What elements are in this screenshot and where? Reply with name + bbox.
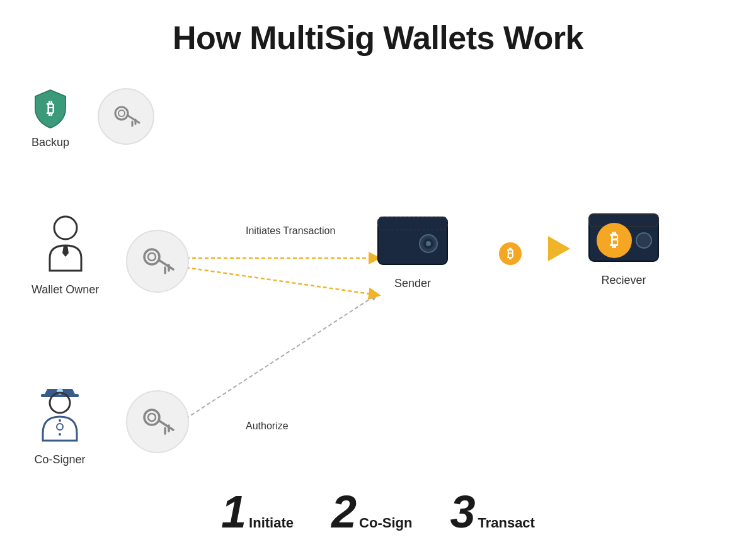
- initiates-transaction-label: Initiates Transaction: [246, 225, 335, 237]
- svg-text:₿: ₿: [507, 247, 513, 261]
- svg-point-16: [57, 424, 63, 430]
- svg-rect-30: [378, 217, 447, 230]
- svg-line-3: [186, 296, 375, 419]
- authorize-label: Authorize: [246, 420, 289, 432]
- svg-point-18: [59, 433, 61, 436]
- svg-point-41: [636, 233, 651, 248]
- key-icon-backup: [110, 101, 142, 132]
- step-1-number: 1: [221, 489, 246, 534]
- receiver-group: ₿ Reciever: [586, 205, 662, 287]
- svg-text:₿: ₿: [610, 230, 619, 250]
- backup-key-circle: [98, 88, 154, 145]
- step-1: 1 Initiate: [221, 489, 294, 534]
- backup-label: Backup: [32, 136, 69, 149]
- steps-footer: 1 Initiate 2 Co-Sign 3 Transact: [0, 489, 756, 534]
- sender-wallet-icon: [375, 208, 450, 271]
- svg-point-17: [59, 419, 61, 422]
- wallet-owner-icon: [37, 214, 94, 277]
- bitcoin-connector: ₿: [498, 241, 523, 269]
- step-3: 3 Transact: [450, 489, 535, 534]
- step-1-label: Initiate: [249, 515, 294, 531]
- svg-point-20: [148, 253, 156, 261]
- svg-point-11: [54, 217, 77, 239]
- svg-point-7: [118, 110, 125, 116]
- page-title: How MultiSig Wallets Work: [0, 0, 756, 57]
- key-circle-owner: [126, 230, 189, 293]
- bitcoin-connector-icon: ₿: [498, 241, 523, 266]
- arrow-right-icon: [548, 236, 570, 261]
- step-3-number: 3: [450, 489, 475, 534]
- wallet-owner-group: Wallet Owner: [32, 214, 99, 296]
- key-circle-top: [98, 88, 154, 145]
- sender-label: Sender: [394, 277, 431, 290]
- wallet-owner-label: Wallet Owner: [32, 283, 99, 296]
- receiver-label: Reciever: [601, 274, 646, 287]
- svg-point-6: [115, 107, 128, 120]
- svg-point-19: [144, 249, 159, 264]
- svg-rect-12: [64, 245, 67, 248]
- play-arrow-icon: [548, 236, 570, 264]
- step-2-label: Co-Sign: [359, 515, 412, 531]
- step-3-label: Transact: [478, 515, 535, 531]
- cosigner-icon: [32, 378, 88, 447]
- svg-point-33: [426, 241, 431, 246]
- cosigner-label: Co-Signer: [34, 453, 85, 466]
- backup-group: ₿ Backup: [32, 88, 69, 149]
- step-2-number: 2: [331, 489, 357, 534]
- svg-marker-36: [548, 236, 570, 261]
- cosigner-group: Co-Signer: [32, 378, 88, 466]
- key-icon-cosigner: [139, 403, 176, 440]
- key-circle-cosigner: [126, 390, 189, 453]
- receiver-wallet-icon: ₿: [586, 205, 662, 268]
- svg-line-4: [186, 268, 375, 295]
- svg-rect-38: [589, 214, 658, 227]
- svg-point-25: [148, 414, 156, 421]
- svg-text:₿: ₿: [47, 99, 55, 117]
- svg-point-24: [144, 410, 159, 425]
- step-2: 2 Co-Sign: [331, 489, 412, 534]
- shield-bitcoin-icon: ₿: [32, 88, 69, 130]
- sender-group: Sender: [375, 208, 450, 290]
- key-icon-owner: [139, 243, 176, 279]
